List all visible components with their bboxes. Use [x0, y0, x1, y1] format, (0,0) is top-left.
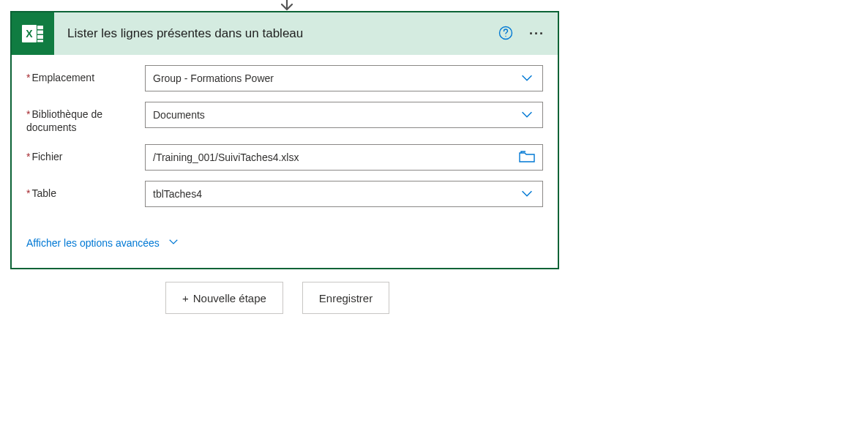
fichier-input[interactable]: /Training_001/SuiviTaches4.xlsx [145, 144, 543, 171]
bibliotheque-select[interactable]: Documents [145, 102, 543, 128]
fichier-label: *Fichier [26, 144, 145, 163]
svg-text:X: X [26, 28, 33, 40]
new-step-button[interactable]: + Nouvelle étape [165, 282, 283, 314]
more-icon[interactable]: ··· [529, 26, 545, 42]
bibliotheque-label: *Bibliothèque de documents [26, 102, 145, 134]
chevron-down-icon [519, 70, 535, 88]
table-value: tblTaches4 [153, 188, 519, 200]
chevron-down-icon [519, 106, 535, 124]
emplacement-value: Group - Formations Power [153, 72, 519, 84]
card-body: *Emplacement Group - Formations Power *B… [12, 55, 558, 268]
svg-rect-5 [37, 35, 43, 39]
help-icon[interactable] [498, 26, 513, 42]
excel-icon: X [12, 12, 54, 55]
save-label: Enregistrer [319, 292, 373, 304]
card-title: Lister les lignes présentes dans un tabl… [54, 26, 498, 41]
svg-point-8 [505, 35, 506, 36]
advanced-options-label: Afficher les options avancées [26, 237, 160, 249]
emplacement-label: *Emplacement [26, 65, 145, 84]
chevron-down-icon [519, 185, 535, 203]
card-header[interactable]: X Lister les lignes présentes dans un ta… [12, 12, 558, 55]
svg-rect-4 [37, 31, 43, 34]
new-step-label: Nouvelle étape [193, 292, 266, 304]
folder-icon[interactable] [513, 150, 535, 165]
chevron-down-icon [167, 235, 180, 250]
bibliotheque-value: Documents [153, 109, 519, 121]
table-select[interactable]: tblTaches4 [145, 181, 543, 207]
table-label: *Table [26, 181, 145, 200]
action-card: X Lister les lignes présentes dans un ta… [10, 11, 559, 269]
footer-buttons: + Nouvelle étape Enregistrer [165, 282, 389, 314]
plus-icon: + [182, 292, 189, 304]
save-button[interactable]: Enregistrer [302, 282, 389, 314]
advanced-options-link[interactable]: Afficher les options avancées [26, 235, 180, 250]
fichier-value: /Training_001/SuiviTaches4.xlsx [153, 151, 513, 163]
emplacement-select[interactable]: Group - Formations Power [145, 65, 543, 91]
svg-rect-6 [37, 40, 43, 42]
svg-rect-3 [37, 26, 43, 29]
